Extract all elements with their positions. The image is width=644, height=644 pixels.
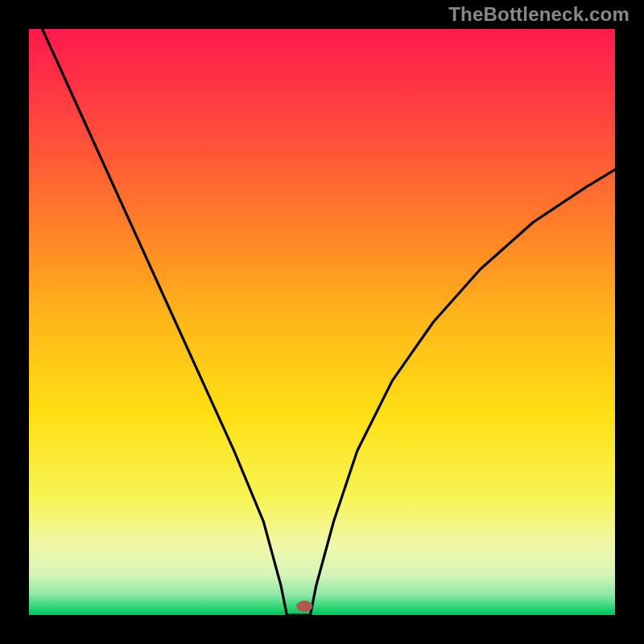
optimum-marker	[296, 601, 312, 612]
bottleneck-chart	[0, 0, 644, 644]
attribution-label: TheBottleneck.com	[448, 3, 630, 26]
chart-frame: TheBottleneck.com	[0, 0, 644, 644]
plot-background	[29, 29, 615, 615]
